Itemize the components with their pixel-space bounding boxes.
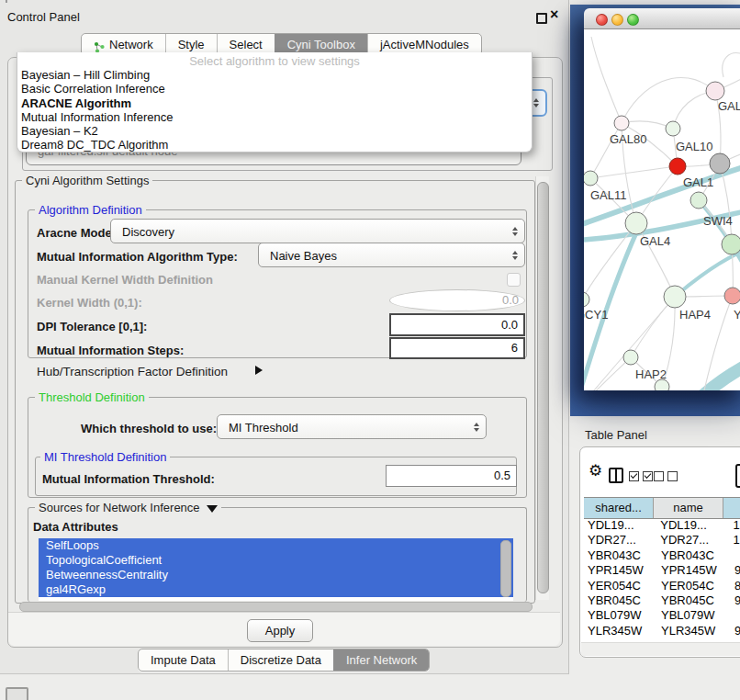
cell-value: 9	[729, 638, 740, 641]
expander-down-icon[interactable]	[207, 505, 218, 513]
manual-kernel-checkbox[interactable]	[507, 273, 521, 287]
node-gal10[interactable]	[666, 121, 680, 136]
table-row[interactable]: YLR345WYLR345W9.	[584, 624, 740, 638]
node-salmon[interactable]	[724, 288, 740, 304]
checked-box-icon	[643, 471, 653, 481]
node-gal80[interactable]	[614, 116, 629, 130]
label-gcy1: GCY1	[584, 308, 608, 322]
table-row[interactable]: YBR043CYBR043C	[584, 548, 740, 563]
combo-stepper-icon	[474, 423, 479, 432]
kernel-width-field[interactable]: 0.0	[389, 289, 525, 311]
unchecked-box-icon	[654, 471, 664, 481]
tab-impute-data-label: Impute Data	[151, 649, 216, 671]
table-row[interactable]: YBR045CYBR045C9.	[584, 593, 740, 608]
table-row[interactable]: YER054CYER054C8.	[584, 579, 740, 593]
gear-icon[interactable]: ⚙	[589, 463, 602, 480]
node-gcy1[interactable]	[584, 292, 589, 307]
table-row[interactable]: YBL079WYBL079W	[584, 608, 740, 623]
table-row[interactable]: YPR145WYPR145W9.	[584, 563, 740, 578]
mi-threshold-field[interactable]: 0.5	[386, 465, 517, 487]
cell-value: 9.	[729, 593, 740, 608]
node-gal11[interactable]	[584, 171, 598, 186]
node-labels: GAL GAL80 GAL10 GAL1 GAL11 SWI4 GAL4 GCY…	[584, 99, 740, 381]
dropdown-item[interactable]: Dream8 DC_TDC Algorithm	[17, 138, 532, 152]
close-window-icon[interactable]	[596, 14, 608, 26]
dropdown-item[interactable]: Mutual Information Inference	[17, 110, 532, 124]
minimize-window-icon[interactable]	[611, 14, 623, 26]
dpi-tolerance-label: DPI Tolerance [0,1]:	[37, 320, 147, 333]
top-tick	[6, 0, 7, 3]
node-hap2[interactable]	[623, 350, 638, 365]
tab-infer-network-label: Infer Network	[346, 649, 417, 671]
node-hap4[interactable]	[664, 286, 686, 308]
list-item[interactable]: gal4RGexp	[39, 582, 513, 597]
column-header-shared-name[interactable]: shared...	[584, 498, 654, 518]
label-gal4: GAL4	[640, 234, 670, 248]
which-threshold-combo[interactable]: MI Threshold	[217, 414, 487, 439]
dropdown-item[interactable]: Bayesian – Hill Climbing	[17, 68, 532, 82]
mi-steps-field[interactable]: 6	[389, 337, 525, 359]
network-tab-icon	[94, 39, 106, 51]
close-panel-icon[interactable]: ×	[550, 7, 558, 22]
node-selected-gray[interactable]	[710, 153, 730, 174]
settings-vscrollbar-thumb[interactable]	[537, 182, 549, 593]
table-rows: YDL19...YDL19...13 YDR27...YDR27...12 YB…	[584, 518, 740, 641]
cell-shared: YIL052C	[584, 638, 657, 641]
network-canvas[interactable]: GAL GAL80 GAL10 GAL1 GAL11 SWI4 GAL4 GCY…	[584, 29, 740, 390]
list-scrollbar[interactable]	[500, 540, 511, 597]
select-all-columns-icon[interactable]	[629, 471, 653, 481]
hub-expander-label[interactable]: Hub/Transcription Factor Definition	[37, 365, 228, 378]
settings-hscrollbar-thumb[interactable]	[19, 602, 533, 612]
cell-shared: YER054C	[584, 579, 657, 593]
dropdown-item[interactable]: Basic Correlation Inference	[17, 82, 532, 96]
node-right-green[interactable]	[722, 234, 740, 254]
aracne-mode-combo[interactable]: Discovery	[110, 219, 525, 243]
deselect-all-columns-icon[interactable]	[654, 471, 678, 481]
node-highlight-red[interactable]	[669, 158, 686, 175]
node-gal4[interactable]	[625, 212, 647, 234]
cell-value: 9.	[729, 563, 740, 578]
tab-discretize-data[interactable]: Discretize Data	[228, 649, 333, 671]
partial-toolbar-icon[interactable]	[735, 464, 740, 488]
columns-icon[interactable]	[609, 468, 623, 483]
bottom-tabbar: Impute Data Discretize Data Infer Networ…	[138, 649, 430, 672]
cell-shared: YDR27...	[584, 533, 656, 548]
network-window-titlebar[interactable]	[584, 8, 740, 29]
table-row[interactable]: YDR27...YDR27...12	[584, 533, 740, 548]
cell-shared: YBR043C	[584, 548, 657, 563]
tab-discretize-data-label: Discretize Data	[241, 649, 321, 671]
dropdown-item[interactable]: Bayesian – K2	[17, 124, 532, 138]
expander-right-icon[interactable]	[255, 366, 263, 375]
column-header-cut[interactable]	[723, 498, 740, 518]
node-pink-top[interactable]	[706, 82, 724, 100]
mi-threshold-label: Mutual Information Threshold:	[42, 472, 215, 486]
sources-legend[interactable]: Sources for Network Inference	[35, 501, 221, 514]
node-swi4[interactable]	[690, 192, 707, 209]
list-item[interactable]: BetweennessCentrality	[39, 568, 513, 582]
dropdown-item-selected[interactable]: ARACNE Algorithm	[17, 96, 532, 110]
cell-shared: YBL079W	[584, 608, 657, 623]
tab-impute-data[interactable]: Impute Data	[139, 649, 228, 671]
panel-grip-icon[interactable]	[6, 687, 28, 700]
apply-button[interactable]: Apply	[247, 619, 313, 642]
table-row[interactable]: YDL19...YDL19...13	[584, 518, 740, 533]
mi-steps-label: Mutual Information Steps:	[37, 344, 184, 357]
table-hscrollbar-track[interactable]	[581, 642, 740, 656]
list-item[interactable]: SelfLoops	[39, 538, 513, 553]
float-panel-icon[interactable]	[536, 13, 547, 24]
table-row[interactable]: YIL052CYIL052C9	[584, 638, 740, 641]
aracne-mode-label: Aracne Mode:	[37, 226, 116, 240]
list-item[interactable]: TopologicalCoefficient	[39, 553, 513, 568]
column-header-name[interactable]: name	[654, 498, 723, 518]
settings-vscrollbar-track[interactable]	[535, 176, 549, 600]
dpi-tolerance-field[interactable]: 0.0	[389, 313, 525, 336]
algorithm-dropdown-popup: Select algorithm to view settings Bayesi…	[17, 52, 533, 152]
table-header-row: shared... name	[584, 497, 740, 519]
table-panel: ⚙ shared... name YDL19...YDL19...13 YDR2…	[579, 446, 740, 658]
cell-value: 8.	[729, 579, 740, 593]
mi-type-combo[interactable]: Naive Bayes	[258, 243, 525, 267]
combo-stepper-icon	[512, 227, 518, 236]
cell-value: 9.	[729, 624, 740, 638]
zoom-window-icon[interactable]	[627, 14, 639, 26]
tab-infer-network[interactable]: Infer Network	[333, 649, 429, 671]
